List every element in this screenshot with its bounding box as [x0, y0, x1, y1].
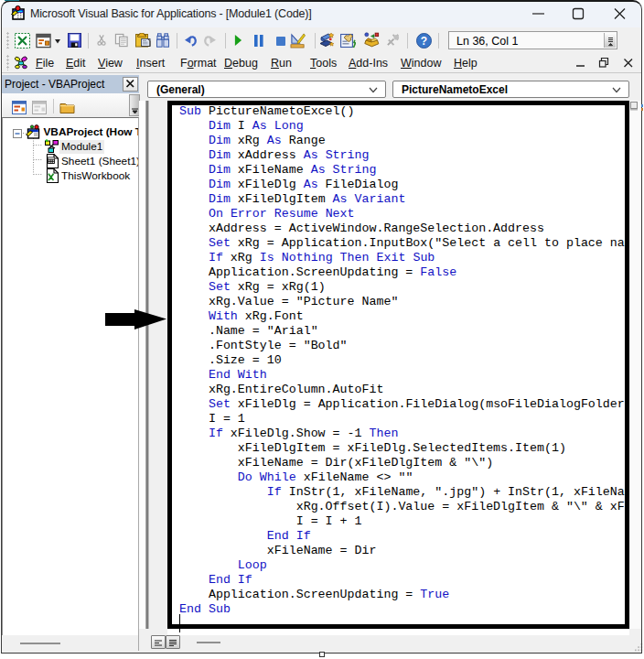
- svg-text:?: ?: [421, 35, 427, 48]
